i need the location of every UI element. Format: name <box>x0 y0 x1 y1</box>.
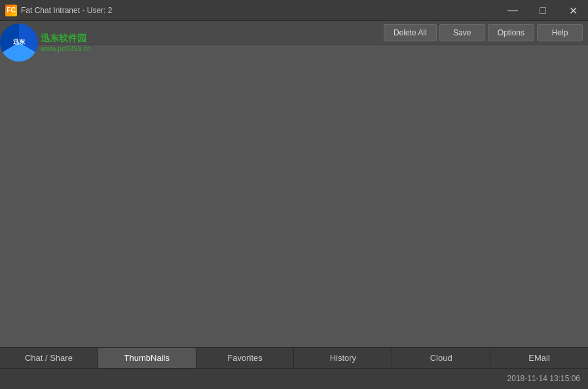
save-button[interactable]: Save <box>439 24 485 41</box>
toolbar: Delete All Save Options Help <box>0 21 588 45</box>
close-button[interactable]: ✕ <box>558 0 588 21</box>
tab-bar: Chat / ShareThumbNailsFavoritesHistoryCl… <box>0 347 588 389</box>
timestamp: 2018-11-14 13:15:06 <box>507 374 580 383</box>
tab-row: Chat / ShareThumbNailsFavoritesHistoryCl… <box>0 347 588 368</box>
delete-all-button[interactable]: Delete All <box>384 24 437 41</box>
app-icon: FC <box>5 5 17 16</box>
options-button[interactable]: Options <box>488 24 534 41</box>
maximize-button[interactable]: □ <box>528 0 558 21</box>
tab-cloud[interactable]: Cloud <box>392 348 490 368</box>
tab-history[interactable]: History <box>294 348 392 368</box>
tab-chat-share[interactable]: Chat / Share <box>0 348 98 368</box>
window-title: Fat Chat Intranet - User: 2 <box>21 6 112 15</box>
status-bar: 2018-11-14 13:15:06 <box>0 368 588 388</box>
app-icon-label: FC <box>7 7 15 14</box>
title-bar: FC Fat Chat Intranet - User: 2 — □ ✕ <box>0 0 588 21</box>
main-content-area <box>0 45 588 347</box>
tab-thumbnails[interactable]: ThumbNails <box>98 348 196 368</box>
help-button[interactable]: Help <box>537 24 583 41</box>
tab-email[interactable]: EMail <box>490 348 588 368</box>
tab-favorites[interactable]: Favorites <box>196 348 295 368</box>
title-bar-controls: — □ ✕ <box>498 0 588 20</box>
minimize-button[interactable]: — <box>498 0 528 21</box>
title-bar-left: FC Fat Chat Intranet - User: 2 <box>5 5 112 16</box>
